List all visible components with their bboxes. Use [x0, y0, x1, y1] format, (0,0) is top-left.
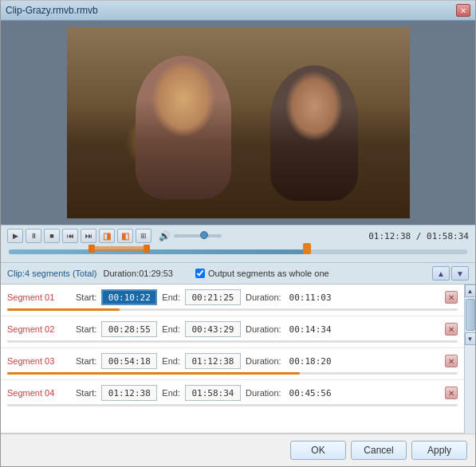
segment-name-1: Segment 01: [7, 292, 71, 302]
segment-name-2: Segment 02: [7, 324, 71, 334]
mark-out-button[interactable]: ◧: [117, 229, 133, 243]
segment-progress-1: [7, 308, 458, 311]
segments-list: Segment 01 Start: End: Duration: 00:11:0…: [1, 285, 464, 434]
start-input-2[interactable]: [101, 321, 157, 337]
start-label-3: Start:: [76, 356, 96, 366]
remove-segment-4[interactable]: ✕: [445, 387, 458, 399]
title-bar: Clip-Grazy.rmvb.rmvb ✕: [1, 1, 475, 21]
segment-row: Segment 02 Start: End: Duration: 00:14:3…: [1, 316, 464, 348]
grid-button[interactable]: ⊞: [136, 229, 151, 243]
scroll-down-button[interactable]: ▼: [465, 332, 476, 345]
scroll-up-button[interactable]: ▲: [465, 285, 476, 297]
segments-container: Segment 01 Start: End: Duration: 00:11:0…: [1, 285, 475, 434]
window-title: Clip-Grazy.rmvb.rmvb: [6, 5, 98, 16]
seek-track[interactable]: [9, 249, 467, 254]
move-up-button[interactable]: ▲: [432, 266, 450, 281]
segment-name-3: Segment 03: [7, 356, 71, 366]
cancel-button[interactable]: Cancel: [351, 441, 407, 460]
video-frame: [67, 27, 410, 218]
start-label-1: Start:: [76, 292, 96, 302]
segment-row: Segment 01 Start: End: Duration: 00:11:0…: [1, 285, 464, 316]
duration-val-4: 00:45:56: [289, 388, 332, 398]
end-label-3: End:: [162, 356, 180, 366]
ok-button[interactable]: OK: [290, 441, 346, 460]
segment-name-4: Segment 04: [7, 388, 71, 398]
segment-progress-fill-1: [7, 308, 120, 311]
duration-label-4: Duration:: [246, 388, 281, 398]
segment-fields: Segment 03 Start: End: Duration: 00:18:2…: [7, 353, 458, 369]
start-label-4: Start:: [76, 388, 96, 398]
remove-segment-2[interactable]: ✕: [445, 323, 458, 336]
info-row: Clip:4 segments (Total) Duration:01:29:5…: [1, 263, 475, 285]
end-input-1[interactable]: [185, 289, 241, 305]
remove-segment-3[interactable]: ✕: [445, 355, 458, 367]
segment-progress-2: [7, 340, 458, 343]
segment-progress-fill-3: [7, 372, 300, 375]
stop-button[interactable]: ■: [44, 229, 60, 243]
scroll-thumb[interactable]: [466, 299, 475, 331]
start-label-2: Start:: [76, 324, 96, 334]
segment-fields: Segment 04 Start: End: Duration: 00:45:5…: [7, 385, 458, 401]
output-option: Output segments as whole one: [195, 269, 329, 278]
time-display: 01:12:38 / 01:58:34: [368, 231, 469, 241]
start-input-3[interactable]: [101, 353, 157, 369]
main-window: Clip-Grazy.rmvb.rmvb ✕ ▶ ⏸ ■ ⏮ ⏭ ◨ ◧ ⊞ 🔊: [0, 0, 476, 467]
play-button[interactable]: ▶: [7, 229, 23, 243]
segment-row: Segment 03 Start: End: Duration: 00:18:2…: [1, 348, 464, 380]
prev-button[interactable]: ⏮: [62, 229, 78, 243]
end-input-4[interactable]: [185, 385, 241, 401]
transport-row: ▶ ⏸ ■ ⏮ ⏭ ◨ ◧ ⊞ 🔊 01:12:38 / 01:58:34: [7, 229, 469, 243]
remove-segment-1[interactable]: ✕: [445, 291, 458, 304]
volume-slider[interactable]: [174, 234, 222, 237]
duration-val-3: 00:18:20: [289, 356, 332, 367]
segment-fields: Segment 02 Start: End: Duration: 00:14:3…: [7, 321, 458, 337]
next-button[interactable]: ⏭: [81, 229, 96, 243]
duration-val-1: 00:11:03: [289, 292, 332, 303]
video-area: [1, 21, 475, 225]
volume-icon: 🔊: [159, 230, 171, 241]
clip-info: Clip:4 segments (Total): [7, 269, 97, 278]
scrollbar[interactable]: ▲ ▼: [464, 285, 475, 434]
end-label-2: End:: [162, 324, 180, 334]
segment-fields: Segment 01 Start: End: Duration: 00:11:0…: [7, 289, 458, 305]
end-label-4: End:: [162, 388, 180, 398]
duration-label: Duration:01:29:53: [104, 269, 173, 278]
seek-thumb[interactable]: [303, 243, 311, 254]
duration-label-2: Duration:: [246, 324, 281, 334]
volume-thumb: [200, 231, 208, 239]
move-down-button[interactable]: ▼: [451, 266, 469, 281]
end-label-1: End:: [162, 292, 180, 302]
apply-button[interactable]: Apply: [411, 441, 467, 460]
close-button[interactable]: ✕: [456, 4, 470, 17]
mark-in-button[interactable]: ◨: [99, 229, 115, 243]
pause-button[interactable]: ⏸: [26, 229, 41, 243]
output-checkbox[interactable]: [195, 269, 205, 278]
duration-val-2: 00:14:34: [289, 324, 332, 335]
video-preview: [67, 27, 410, 218]
start-input-4[interactable]: [101, 385, 157, 401]
duration-label-3: Duration:: [246, 356, 281, 366]
volume-area: 🔊: [159, 230, 222, 241]
seek-fill: [9, 249, 307, 254]
output-label: Output segments as whole one: [208, 269, 329, 278]
end-input-3[interactable]: [185, 353, 241, 369]
start-input-1[interactable]: [101, 289, 157, 305]
duration-label-1: Duration:: [246, 292, 281, 302]
segment-progress-3: [7, 372, 458, 375]
footer: OK Cancel Apply: [1, 434, 475, 466]
reorder-buttons: ▲ ▼: [432, 266, 469, 281]
segment-row: Segment 04 Start: End: Duration: 00:45:5…: [1, 380, 464, 411]
segment-range: [92, 246, 147, 251]
end-input-2[interactable]: [185, 321, 241, 337]
controls-bar: ▶ ⏸ ■ ⏮ ⏭ ◨ ◧ ⊞ 🔊 01:12:38 / 01:58:34: [1, 225, 475, 263]
segment-progress-4: [7, 404, 458, 406]
